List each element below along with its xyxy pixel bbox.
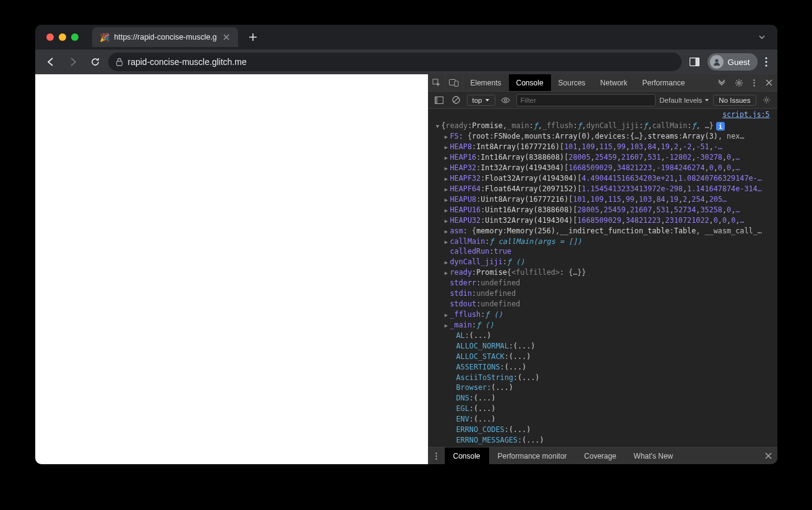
log-levels-dropdown[interactable]: Default levels [659, 97, 709, 104]
prop-ERRNO_CODES[interactable]: ERRNO_CODES: (...) [432, 425, 777, 436]
browser-menu-button[interactable] [761, 57, 771, 67]
reload-button[interactable] [86, 53, 105, 71]
svg-point-21 [435, 458, 437, 459]
console-sidebar-toggle[interactable] [432, 93, 446, 107]
forward-button[interactable] [64, 53, 82, 71]
prop-HEAP8[interactable]: HEAP8: Int8Array(16777216) [101, 109, 11… [432, 142, 777, 153]
window-close[interactable] [46, 33, 54, 41]
devtools-menu-button[interactable] [748, 74, 761, 91]
tab-close-button[interactable] [222, 33, 231, 41]
prop-AL[interactable]: AL: (...) [432, 331, 777, 341]
url-text: rapid-concise-muscle.glitch.me [128, 57, 247, 67]
disclosure-icon[interactable] [443, 205, 450, 215]
tab-sources[interactable]: Sources [551, 74, 593, 91]
disclosure-icon[interactable] [443, 257, 450, 267]
window-zoom[interactable] [71, 33, 79, 41]
prop-ALLOC_STACK[interactable]: ALLOC_STACK: (...) [432, 352, 777, 362]
context-selector[interactable]: top [467, 95, 495, 106]
tab-network[interactable]: Network [593, 74, 635, 91]
drawer-close-button[interactable] [760, 447, 777, 464]
svg-rect-0 [116, 61, 122, 66]
prop-_main[interactable]: _main: ƒ () [432, 320, 777, 331]
more-tabs-button[interactable] [713, 74, 730, 91]
drawer-tab-whatsnew[interactable]: What's New [625, 447, 682, 464]
prop-stdin[interactable]: stdin: undefined [432, 289, 777, 300]
page-viewport[interactable] [35, 74, 428, 464]
prop-HEAP16[interactable]: HEAP16: Int16Array(8388608) [28005, 2545… [432, 153, 777, 163]
devtools-drawer: Console Performance monitor Coverage Wha… [429, 447, 777, 464]
disclosure-icon[interactable] [443, 237, 450, 247]
prop-ready[interactable]: ready: Promise {<fulfilled>: {…}} [432, 268, 777, 279]
prop-HEAPU8[interactable]: HEAPU8: Uint8Array(16777216) [101, 109, … [432, 194, 777, 205]
disclosure-icon[interactable] [443, 174, 450, 184]
browser-tab[interactable]: 🎉 https://rapid-concise-muscle.g [92, 27, 238, 47]
prop-DNS[interactable]: DNS: (...) [432, 394, 777, 404]
prop-HEAP32[interactable]: HEAP32: Int32Array(4194304) [1668509029,… [432, 163, 777, 174]
clear-console-button[interactable] [450, 93, 463, 107]
prop-EGL[interactable]: EGL: (...) [432, 404, 777, 415]
prop-callMain[interactable]: callMain: ƒ callMain(args = []) [432, 236, 777, 247]
devtools-settings-button[interactable] [730, 74, 748, 91]
object-summary[interactable]: {ready: Promise, _main: ƒ, _fflush: ƒ, d… [432, 121, 777, 132]
disclosure-icon[interactable] [443, 142, 450, 152]
prop-ENV[interactable]: ENV: (...) [432, 415, 777, 425]
browser-toolbar: rapid-concise-muscle.glitch.me Guest [35, 50, 777, 74]
svg-rect-2 [696, 58, 699, 66]
drawer-tab-console[interactable]: Console [445, 447, 489, 464]
avatar-icon [710, 55, 724, 69]
prop-dynCall_jiji[interactable]: dynCall_jiji: ƒ () [432, 257, 777, 268]
console-settings-button[interactable] [760, 93, 774, 107]
tab-performance[interactable]: Performance [635, 74, 693, 91]
prop-_fflush[interactable]: _fflush: ƒ () [432, 310, 777, 321]
disclosure-icon[interactable] [443, 184, 450, 194]
disclosure-icon[interactable] [443, 227, 450, 236]
prop-calledRun[interactable]: calledRun: true [432, 247, 777, 257]
prop-HEAPU32[interactable]: HEAPU32: Uint32Array(4194304) [166850902… [432, 215, 777, 226]
disclosure-icon[interactable] [443, 216, 450, 226]
prop-Browser[interactable]: Browser: (...) [432, 383, 777, 394]
source-link[interactable]: script.js:5 [722, 110, 769, 119]
disclosure-icon[interactable] [443, 310, 450, 320]
tabs-dropdown-button[interactable] [751, 33, 772, 41]
prop-ALLOC_NORMAL[interactable]: ALLOC_NORMAL: (...) [432, 341, 777, 352]
disclosure-icon[interactable] [435, 121, 441, 131]
prop-HEAPF32[interactable]: HEAPF32: Float32Array(4194304) [4.490441… [432, 174, 777, 184]
disclosure-icon[interactable] [443, 132, 450, 142]
drawer-tab-perfmon[interactable]: Performance monitor [489, 447, 576, 464]
prop-FS[interactable]: FS: {root: FSNode, mounts: Array(0), dev… [432, 132, 777, 142]
drawer-menu-button[interactable] [429, 447, 445, 464]
issues-button[interactable]: No Issues [713, 95, 756, 106]
new-tab-button[interactable] [244, 28, 262, 46]
disclosure-icon[interactable] [443, 268, 450, 278]
tab-elements[interactable]: Elements [463, 74, 509, 91]
prop-stdout[interactable]: stdout: undefined [432, 300, 777, 310]
side-panel-button[interactable] [685, 53, 704, 71]
address-bar[interactable]: rapid-concise-muscle.glitch.me [108, 53, 682, 71]
drawer-tab-coverage[interactable]: Coverage [576, 447, 625, 464]
device-toggle-button[interactable] [446, 74, 463, 91]
inspect-element-button[interactable] [429, 74, 446, 91]
prop-HEAPU16[interactable]: HEAPU16: Uint16Array(8388608) [28005, 25… [432, 205, 777, 215]
prop-stderr[interactable]: stderr: undefined [432, 279, 777, 289]
disclosure-icon[interactable] [443, 163, 450, 173]
back-button[interactable] [41, 53, 60, 71]
prop-ExceptionInfo[interactable]: ExceptionInfo: (...) [432, 446, 777, 447]
disclosure-icon[interactable] [443, 195, 450, 205]
prop-ERRNO_MESSAGES[interactable]: ERRNO_MESSAGES: (...) [432, 436, 777, 446]
live-expression-button[interactable] [499, 93, 513, 107]
disclosure-icon[interactable] [443, 153, 450, 163]
prop-ASSERTIONS[interactable]: ASSERTIONS: (...) [432, 362, 777, 373]
prop-asm[interactable]: asm: {memory: Memory(256), __indirect_fu… [432, 226, 777, 236]
prop-AsciiToString[interactable]: AsciiToString: (...) [432, 373, 777, 383]
svg-point-3 [716, 59, 719, 62]
console-output[interactable]: script.js:5 {ready: Promise, _main: ƒ, _… [429, 109, 777, 447]
svg-point-18 [766, 99, 768, 102]
window-minimize[interactable] [59, 33, 66, 41]
devtools-close-button[interactable] [761, 74, 777, 91]
devtools-panel: Elements Console Sources Network Perform… [428, 74, 777, 464]
disclosure-icon[interactable] [443, 321, 450, 331]
prop-HEAPF64[interactable]: HEAPF64: Float64Array(2097152) [1.154541… [432, 184, 777, 194]
tab-console[interactable]: Console [509, 74, 551, 91]
profile-button[interactable]: Guest [707, 53, 757, 71]
filter-input[interactable] [516, 94, 656, 106]
